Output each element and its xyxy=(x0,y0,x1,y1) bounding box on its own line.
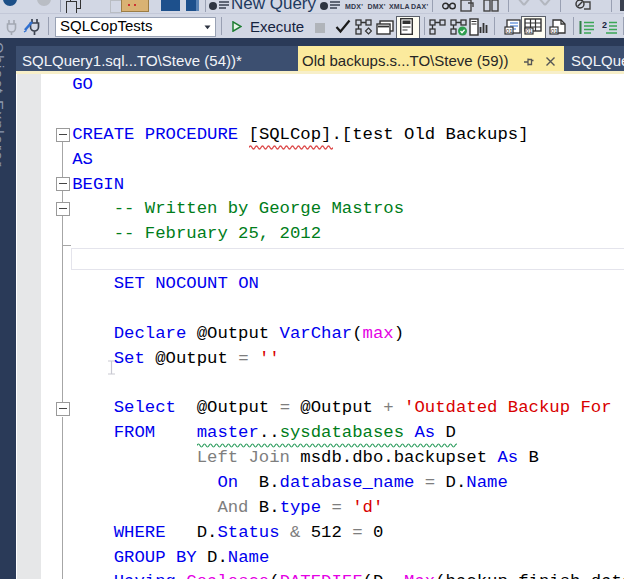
svg-text:01: 01 xyxy=(506,28,513,34)
svg-text:2: 2 xyxy=(602,20,607,30)
svg-text:01: 01 xyxy=(551,28,558,34)
svg-text:01: 01 xyxy=(526,28,532,34)
